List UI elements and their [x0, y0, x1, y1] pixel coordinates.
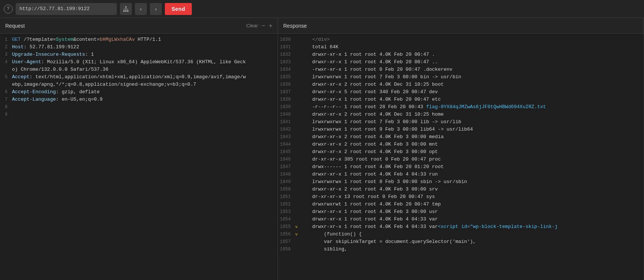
request-line-9: 9 — [0, 111, 278, 118]
request-line-2: 2 Host: 52.77.81.199:9122 — [0, 43, 278, 51]
request-line-8: 8 — [0, 103, 278, 111]
request-line-3: 3 Upgrade-Insecure-Requests: 1 — [0, 51, 278, 58]
send-button[interactable]: Send — [165, 3, 192, 15]
resp-line-1846: 1846 dr-xr-xr-x 385 root root 0 Feb 20 0… — [278, 156, 644, 163]
resp-line-1838: 1838 drwxr-xr-x 1 root root 4.0K Feb 20 … — [278, 96, 644, 103]
resp-line-1837: 1837 drwxr-xr-x 5 root root 340 Feb 20 0… — [278, 88, 644, 96]
resp-line-1831: 1831 total 64K — [278, 43, 644, 51]
network-icon — [123, 6, 129, 12]
request-line-5: 5 Accept: text/html,application/xhtml+xm… — [0, 73, 278, 88]
request-pane-actions: Clear − + — [246, 22, 272, 29]
request-line-7: 7 Accept-Language: en-US,en;q=0.9 — [0, 96, 278, 103]
main-content: Request Clear − + 1 GET /?template=Syste… — [0, 18, 644, 280]
response-pane-title: Response — [283, 23, 307, 29]
svg-rect-3 — [127, 10, 129, 12]
resp-line-1858: 1858 sibling, — [278, 246, 644, 253]
resp-line-1847: 1847 drwx------ 1 root root 4.0K Feb 20 … — [278, 163, 644, 171]
resp-line-1845: 1845 drwxr-xr-x 2 root root 4.0K Feb 3 0… — [278, 148, 644, 156]
request-line-6: 6 Accept-Encoding: gzip, deflate — [0, 88, 278, 96]
plus-button[interactable]: + — [269, 22, 272, 29]
resp-line-1849: 1849 lrwxrwxrwx 1 root root 8 Feb 3 00:0… — [278, 178, 644, 186]
resp-line-1832: 1832 drwxr-xr-x 1 root root 4.0K Feb 20 … — [278, 51, 644, 58]
resp-line-1830: 1830 </div> — [278, 36, 644, 43]
resp-line-1854: 1854 drwxr-xr-x 1 root root 4.0K Feb 4 0… — [278, 216, 644, 223]
resp-line-1848: 1848 drwxr-xr-x 1 root root 4.0K Feb 4 0… — [278, 171, 644, 178]
forward-button[interactable]: › — [150, 3, 162, 15]
resp-line-1840: 1840 drwxr-xr-x 2 root root 4.0K Dec 31 … — [278, 111, 644, 118]
resp-line-1857: 1857 var skipLinkTarget = document.query… — [278, 238, 644, 246]
response-pane-header: Response — [278, 18, 644, 34]
network-icon-button[interactable] — [120, 3, 132, 15]
response-code-area[interactable]: 1830 </div> 1831 total 64K 1832 drwxr-xr… — [278, 34, 644, 280]
resp-line-1853: 1853 drwxr-xr-x 1 root root 4.0K Feb 3 0… — [278, 208, 644, 216]
request-pane-title: Request — [5, 23, 25, 29]
request-pane-header: Request Clear − + — [0, 18, 278, 34]
minus-button[interactable]: − — [261, 22, 265, 29]
response-pane: Response 1830 </div> 1831 total 64K 1832… — [278, 18, 644, 280]
back-icon: ‹ — [140, 6, 142, 12]
resp-line-1842: 1842 lrwxrwxrwx 1 root root 9 Feb 3 00:0… — [278, 126, 644, 133]
clear-button[interactable]: Clear — [246, 23, 258, 28]
resp-line-1835: 1835 lrwxrwxrwx 1 root root 7 Feb 3 00:0… — [278, 73, 644, 81]
resp-line-1836: 1836 drwxr-xr-x 2 root root 4.0K Dec 31 … — [278, 81, 644, 88]
request-line-1: 1 GET /?template=System&content=bHMgLWxh… — [0, 36, 278, 43]
resp-line-1841: 1841 lrwxrwxrwx 1 root root 7 Feb 3 00:0… — [278, 118, 644, 126]
back-button[interactable]: ‹ — [135, 3, 147, 15]
resp-line-1856: 1856 v (function() { — [278, 231, 644, 238]
request-line-4: 4 User-Agent: Mozilla/5.0 (X11; Linux x8… — [0, 58, 278, 73]
toolbar: ? ‹ › Send — [0, 0, 644, 18]
resp-line-1855: 1855 v drwxr-xr-x 1 root root 4.0K Feb 4… — [278, 223, 644, 231]
resp-line-1843: 1843 drwxr-xr-x 2 root root 4.0K Feb 3 0… — [278, 133, 644, 141]
svg-rect-0 — [125, 6, 127, 7]
forward-icon: › — [155, 6, 157, 12]
resp-line-1850: 1850 drwxr-xr-x 2 root root 4.0K Feb 3 0… — [278, 186, 644, 193]
request-pane: Request Clear − + 1 GET /?template=Syste… — [0, 18, 278, 280]
svg-rect-2 — [125, 10, 127, 12]
help-button[interactable]: ? — [4, 4, 13, 13]
help-icon: ? — [7, 6, 10, 12]
request-code-area[interactable]: 1 GET /?template=System&content=bHMgLWxh… — [0, 34, 278, 280]
resp-line-1851: 1851 dr-xr-xr-x 13 root root 0 Feb 20 00… — [278, 193, 644, 201]
resp-line-1834: 1834 -rwxr-xr-x 1 root root 0 Feb 20 00:… — [278, 66, 644, 73]
svg-rect-1 — [123, 10, 125, 12]
resp-line-1852: 1852 drwxrwxrwt 1 root root 4.0K Feb 20 … — [278, 201, 644, 208]
resp-line-1844: 1844 drwxr-xr-x 2 root root 4.0K Feb 3 0… — [278, 141, 644, 148]
url-input[interactable] — [16, 3, 117, 15]
resp-line-1833: 1833 drwxr-xr-x 1 root root 4.0K Feb 20 … — [278, 58, 644, 66]
resp-line-1839: 1839 -r--r--r-- 1 root root 28 Feb 20 00… — [278, 103, 644, 111]
